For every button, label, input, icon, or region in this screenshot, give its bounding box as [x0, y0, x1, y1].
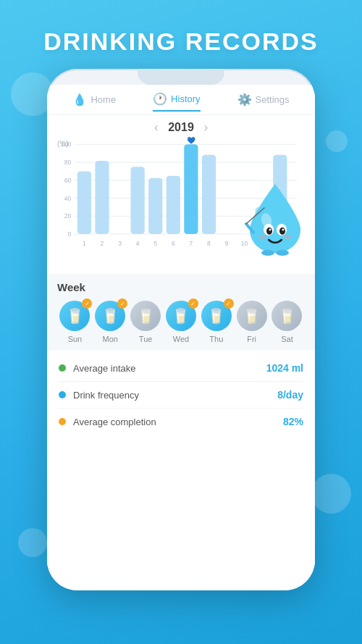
svg-text:0: 0 [67, 230, 71, 238]
svg-rect-13 [95, 161, 109, 234]
day-name-thu: Thu [209, 335, 223, 343]
svg-rect-15 [148, 178, 162, 234]
phone-inner: 💧 Home 🕐 History ⚙️ Settings ‹ 2019 › (%… [47, 85, 315, 590]
day-item-mon: 🥛 ✓ Mon [95, 301, 125, 343]
day-name-wed: Wed [173, 335, 189, 343]
home-icon: 💧 [72, 93, 87, 106]
chart-area: (%) 100 80 60 40 20 0 [47, 137, 315, 271]
tab-bar: 💧 Home 🕐 History ⚙️ Settings [47, 85, 315, 115]
tab-history[interactable]: 🕐 History [153, 92, 200, 112]
check-badge-mon: ✓ [117, 298, 127, 309]
day-circle-tue: 🥛 [130, 301, 161, 331]
stats-section: Average intake 1024 ml Drink frequency 8… [47, 351, 315, 590]
day-name-sun: Sun [68, 335, 83, 343]
day-circle-fri: 🥛 [237, 301, 267, 331]
tab-history-label: History [171, 93, 200, 104]
year-label: 2019 [168, 121, 194, 134]
svg-text:80: 80 [64, 159, 72, 166]
stat-value-avg-completion: 82% [283, 416, 303, 427]
day-name-fri: Fri [247, 335, 256, 343]
svg-text:8: 8 [207, 240, 211, 247]
day-circle-sun: 🥛 ✓ [59, 301, 90, 331]
svg-point-40 [282, 229, 285, 231]
svg-text:60: 60 [64, 177, 72, 184]
svg-point-41 [259, 235, 266, 239]
tab-settings[interactable]: ⚙️ Settings [237, 93, 290, 111]
stat-dot-drink-frequency [59, 391, 66, 398]
svg-text:1: 1 [83, 240, 86, 247]
day-item-sat: 🥛 Sat [272, 301, 302, 343]
history-icon: 🕐 [153, 92, 167, 106]
week-label: Week [57, 281, 305, 293]
week-days: 🥛 ✓ Sun 🥛 ✓ Mon 🥛 [57, 301, 305, 343]
day-circle-wed: 🥛 ✓ [166, 301, 196, 331]
svg-point-39 [269, 229, 272, 231]
cup-icon-sun: 🥛 [66, 307, 84, 325]
cup-icon-thu: 🥛 [207, 307, 225, 325]
day-item-fri: 🥛 Fri [237, 301, 267, 343]
cup-icon-tue: 🥛 [137, 307, 155, 325]
stat-label-drink-frequency: Drink frequency [73, 390, 139, 401]
phone-notch [138, 69, 224, 85]
svg-point-46 [276, 250, 289, 256]
cup-icon-mon: 🥛 [101, 307, 119, 325]
cup-icon-fri: 🥛 [243, 307, 261, 325]
day-item-wed: 🥛 ✓ Wed [166, 301, 196, 343]
svg-text:5: 5 [153, 240, 157, 247]
svg-rect-17 [184, 144, 198, 234]
chart-y-label: (%) [57, 140, 69, 148]
tab-home-label: Home [90, 94, 116, 105]
svg-text:4: 4 [136, 240, 140, 247]
day-circle-sat: 🥛 [272, 301, 302, 331]
decorative-bubble-bl [18, 528, 47, 557]
stat-left-drink-frequency: Drink frequency [59, 390, 139, 401]
decorative-bubble-tr [326, 130, 348, 152]
stat-value-avg-intake: 1024 ml [266, 362, 303, 374]
cup-icon-wed: 🥛 [172, 307, 190, 325]
stat-left-avg-intake: Average intake [59, 363, 136, 374]
week-section: Week 🥛 ✓ Sun 🥛 ✓ Mon [47, 274, 315, 351]
svg-rect-14 [131, 167, 145, 234]
svg-text:2: 2 [101, 240, 104, 247]
svg-text:9: 9 [225, 240, 229, 247]
svg-rect-12 [77, 171, 91, 234]
svg-text:40: 40 [64, 195, 72, 202]
cup-icon-sat: 🥛 [278, 307, 296, 325]
svg-point-45 [261, 250, 274, 256]
page-title: DRINKING RECORDS [43, 28, 319, 56]
year-prev-button[interactable]: ‹ [154, 121, 158, 134]
check-badge-wed: ✓ [188, 298, 198, 309]
day-circle-mon: 🥛 ✓ [95, 301, 125, 331]
tab-home[interactable]: 💧 Home [72, 93, 116, 111]
svg-text:7: 7 [190, 240, 193, 247]
svg-rect-16 [167, 176, 180, 234]
svg-point-38 [279, 227, 285, 235]
check-badge-thu: ✓ [224, 298, 234, 309]
settings-icon: ⚙️ [237, 93, 252, 106]
day-circle-thu: 🥛 ✓ [201, 301, 232, 331]
svg-text:20: 20 [64, 213, 72, 220]
day-item-tue: 🥛 Tue [130, 301, 161, 343]
day-name-tue: Tue [139, 335, 153, 343]
stat-label-avg-intake: Average intake [73, 363, 136, 374]
stat-row-avg-completion: Average completion 82% [59, 409, 303, 435]
stat-dot-avg-intake [59, 364, 66, 372]
day-item-thu: 🥛 ✓ Thu [201, 301, 232, 343]
svg-point-42 [284, 235, 291, 239]
water-drop-mascot [243, 180, 308, 256]
year-next-button[interactable]: › [204, 121, 208, 134]
svg-text:💙: 💙 [187, 137, 195, 145]
tab-settings-label: Settings [256, 94, 290, 105]
stat-value-drink-frequency: 8/day [277, 389, 303, 401]
phone-frame: 💧 Home 🕐 History ⚙️ Settings ‹ 2019 › (%… [47, 69, 315, 590]
stat-left-avg-completion: Average completion [59, 417, 156, 427]
stat-row-avg-intake: Average intake 1024 ml [59, 355, 303, 382]
svg-point-37 [266, 227, 272, 235]
decorative-bubble-br [311, 474, 351, 514]
svg-text:6: 6 [172, 240, 175, 247]
check-badge-sun: ✓ [82, 298, 92, 309]
svg-text:3: 3 [118, 240, 122, 247]
stat-row-drink-frequency: Drink frequency 8/day [59, 382, 303, 409]
day-name-mon: Mon [103, 335, 118, 343]
stat-label-avg-completion: Average completion [73, 417, 156, 427]
